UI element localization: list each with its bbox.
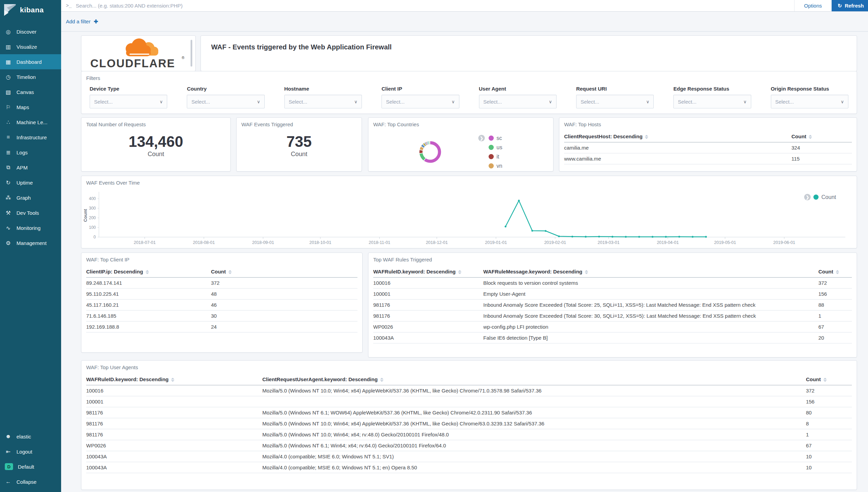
sidebar-item-label: Dev Tools — [16, 210, 39, 216]
sidebar-item-label: Maps — [16, 104, 29, 110]
sidebar-item-timelion[interactable]: ◷Timelion — [0, 69, 61, 84]
panel-scrollbar[interactable] — [191, 40, 192, 67]
data-point[interactable] — [705, 236, 707, 238]
filter-label: User Agent — [479, 86, 557, 92]
filter-label: Edge Response Status — [673, 86, 751, 92]
dev-tools-icon: ⚒ — [5, 210, 12, 216]
y-axis-label: Count — [83, 209, 88, 222]
data-point[interactable] — [612, 236, 613, 237]
sidebar-item-maps[interactable]: ⚐Maps — [0, 99, 61, 115]
data-point[interactable] — [692, 236, 694, 238]
data-point[interactable] — [665, 236, 667, 238]
data-point[interactable] — [585, 236, 586, 237]
sidebar-item-canvas[interactable]: ▧Canvas — [0, 84, 61, 99]
data-point[interactable] — [638, 236, 640, 238]
sidebar-item-management[interactable]: ⚙Management — [0, 235, 61, 250]
sidebar-item-dashboard[interactable]: ▦Dashboard — [0, 54, 61, 69]
data-point[interactable] — [625, 236, 627, 238]
sidebar-item-discover[interactable]: ◎Discover — [0, 24, 61, 39]
sidebar-item-machine-le[interactable]: ∴Machine Le... — [0, 115, 61, 130]
sidebar-item-default[interactable]: DDefault — [0, 459, 61, 474]
legend-dot — [489, 145, 494, 150]
sidebar-item-uptime[interactable]: ↻Uptime — [0, 175, 61, 190]
filter-select-hostname[interactable]: Select...∨ — [284, 95, 362, 108]
filter-request-uri: Request URISelect...∨ — [576, 86, 654, 108]
table-cell: 100043A — [86, 462, 262, 473]
data-point[interactable] — [558, 235, 560, 237]
sort-icon — [171, 378, 174, 382]
events-over-time-panel: WAF Events Over Time 01002003004002018-0… — [81, 176, 857, 248]
filter-select-edge-response-status[interactable]: Select...∨ — [673, 95, 751, 108]
legend-item-it[interactable]: it — [489, 152, 502, 161]
sidebar-item-apm[interactable]: ⧉APM — [0, 160, 61, 175]
refresh-button[interactable]: ↻ Refresh — [832, 0, 868, 11]
table-cell: 89.248.174.141 — [86, 278, 211, 289]
legend-item-vn[interactable]: vn — [489, 161, 502, 171]
filter-select-country[interactable]: Select...∨ — [187, 95, 264, 108]
column-header-clientrequestuseragent-keyword-descending[interactable]: ClientRequestUserAgent.keyword: Descendi… — [262, 374, 806, 385]
kibana-logo[interactable]: kibana — [0, 0, 61, 19]
sort-icon — [836, 270, 839, 274]
table-row: 100043AMozilla/4.0 (compatible; MSIE 6.0… — [86, 451, 852, 462]
filters-panel-title: Filters — [81, 71, 857, 82]
column-header-wafrulemessage-keyword-descending[interactable]: WAFRuleMessage.keyword: Descending — [483, 266, 819, 278]
filter-select-origin-response-status[interactable]: Select...∨ — [771, 95, 848, 108]
data-point[interactable] — [518, 200, 520, 201]
filter-label: Request URI — [576, 86, 654, 92]
sidebar-item-logout[interactable]: ⇤Logout — [0, 444, 61, 459]
column-header-count[interactable]: Count — [818, 266, 852, 278]
chevron-down-icon: ∨ — [743, 99, 747, 104]
column-header-clientip-ip-descending[interactable]: ClientIP.ip: Descending — [86, 266, 211, 278]
column-header-label: WAFRuleID.keyword: Descending — [373, 269, 456, 274]
sidebar-item-infrastructure[interactable]: ≡Infrastructure — [0, 130, 61, 145]
refresh-label: Refresh — [845, 3, 864, 9]
column-header-label: ClientRequestUserAgent.keyword: Descendi… — [262, 376, 378, 382]
options-button[interactable]: Options — [794, 0, 832, 11]
sidebar-item-collapse[interactable]: ←Collapse — [0, 474, 61, 489]
sidebar-item-elastic[interactable]: ☻elastic — [0, 429, 61, 444]
sidebar-item-monitoring[interactable]: ∿Monitoring — [0, 220, 61, 235]
sidebar-item-graph[interactable]: ⁂Graph — [0, 190, 61, 205]
filter-select-request-uri[interactable]: Select...∨ — [576, 95, 654, 108]
filter-select-device-type[interactable]: Select...∨ — [90, 95, 167, 108]
column-header-clientrequesthost-descending[interactable]: ClientRequestHost: Descending — [564, 131, 791, 142]
data-point[interactable] — [505, 226, 506, 227]
table-cell: 46 — [211, 300, 357, 311]
column-header-count[interactable]: Count — [211, 266, 357, 278]
legend-item-sc[interactable]: ❯sc — [489, 133, 502, 143]
data-point[interactable] — [652, 236, 653, 238]
column-header-wafruleid-keyword-descending[interactable]: WAFRuleID.keyword: Descending — [86, 374, 262, 385]
table-cell: Mozilla/4.0 (compatible; MSIE 6.0; Windo… — [262, 451, 806, 462]
tick-label: 300 — [89, 206, 96, 211]
data-point[interactable] — [545, 230, 546, 232]
sidebar-item-dev-tools[interactable]: ⚒Dev Tools — [0, 205, 61, 220]
table-row: 100043AFalse IE6 detection [Type B]20 — [373, 332, 852, 343]
sidebar-item-logs[interactable]: ≣Logs — [0, 145, 61, 160]
tick-label: 2019-04-01 — [657, 240, 679, 245]
data-point[interactable] — [678, 236, 680, 237]
column-header-count[interactable]: Count — [806, 374, 852, 385]
sidebar-item-label: Discover — [16, 29, 36, 35]
column-header-count[interactable]: Count — [791, 131, 852, 142]
events-chart-legend: ❯ Count — [804, 194, 836, 200]
table-row: WP0026Mozilla/5.0 (Windows NT 6.1; Win64… — [86, 440, 852, 451]
legend-expand-icon[interactable]: ❯ — [478, 135, 485, 141]
data-point[interactable] — [532, 230, 533, 232]
column-header-wafruleid-keyword-descending[interactable]: WAFRuleID.keyword: Descending — [373, 266, 483, 278]
legend-item-us[interactable]: us — [489, 143, 502, 152]
search-input[interactable] — [76, 0, 794, 11]
table-cell: 981176 — [373, 300, 483, 311]
visualize-icon: ▥ — [5, 44, 12, 50]
tick-label: 2018-08-01 — [193, 240, 215, 245]
table-cell: 981176 — [373, 311, 483, 321]
select-placeholder: Select... — [483, 99, 502, 105]
sidebar-item-visualize[interactable]: ▥Visualize — [0, 39, 61, 54]
sidebar-nav: kibana ◎Discover▥Visualize▦Dashboard◷Tim… — [0, 0, 61, 492]
sidebar-item-label: Machine Le... — [16, 119, 47, 125]
data-point[interactable] — [598, 236, 600, 237]
filter-select-user-agent[interactable]: Select...∨ — [479, 95, 557, 108]
filter-select-client-ip[interactable]: Select...∨ — [381, 95, 459, 108]
legend-expand-icon[interactable]: ❯ — [804, 194, 811, 200]
add-filter-link[interactable]: Add a filter ✚ — [66, 19, 98, 25]
data-point[interactable] — [571, 236, 573, 237]
